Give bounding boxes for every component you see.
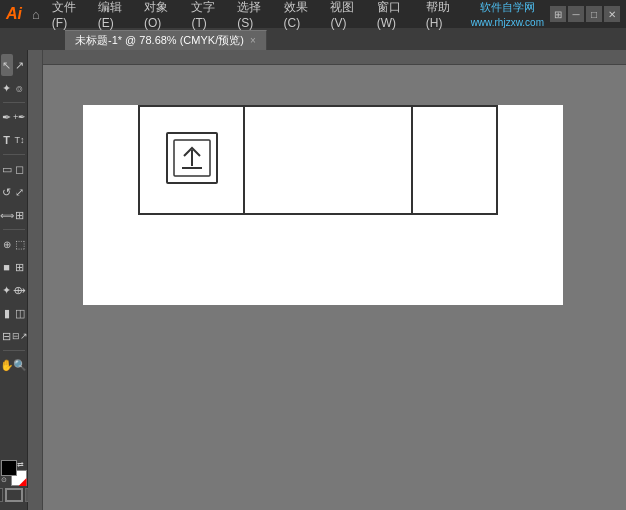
toolbar-divider-3	[3, 229, 25, 230]
menu-help[interactable]: 帮助(H)	[420, 0, 465, 32]
menu-window[interactable]: 窗口(W)	[371, 0, 418, 32]
pen-group: ✒ +✒	[1, 106, 27, 128]
close-button[interactable]: ✕	[604, 6, 620, 22]
fill-box[interactable]	[0, 488, 3, 502]
type-group: T T↕	[1, 129, 27, 151]
foreground-color-box[interactable]	[1, 460, 17, 476]
rectangle-tool[interactable]: ▭	[1, 158, 13, 180]
menu-edit[interactable]: 编辑(E)	[92, 0, 136, 32]
hand-zoom-group: ✋ 🔍	[1, 354, 27, 376]
selection-tool[interactable]: ↖	[1, 54, 13, 76]
rotate-tool[interactable]: ↺	[1, 181, 13, 203]
shape-group: ▭ ◻	[1, 158, 27, 180]
width-transform-group: ⟺ ⊞	[1, 204, 27, 226]
reset-colors-icon[interactable]: ⊙	[1, 476, 11, 486]
touch-type-tool[interactable]: T↕	[14, 129, 26, 151]
table-cell-3	[412, 106, 497, 214]
blend-tool[interactable]: ⟴	[14, 279, 26, 301]
active-tab[interactable]: 未标题-1* @ 78.68% (CMYK/预览) ×	[65, 30, 267, 50]
eyedropper-tool[interactable]: ✦	[1, 279, 13, 301]
type-tool[interactable]: T	[1, 129, 13, 151]
home-icon: ⌂	[32, 7, 40, 22]
minimize-button[interactable]: ─	[568, 6, 584, 22]
eyedrop-blend-group: ✦ ⟴	[1, 279, 27, 301]
watermark-text: 软件自学网www.rhjzxw.com	[471, 0, 544, 29]
free-transform-tool[interactable]: ⊞	[14, 204, 26, 226]
vertical-ruler	[28, 50, 43, 510]
table-cell-1	[139, 106, 244, 214]
add-anchor-tool[interactable]: +✒	[14, 106, 26, 128]
lasso-tool[interactable]: ⌾	[14, 77, 26, 99]
horizontal-ruler	[28, 50, 626, 65]
canvas-table[interactable]	[138, 105, 498, 215]
pen-tool[interactable]: ✒	[1, 106, 13, 128]
menu-file[interactable]: 文件(F)	[46, 0, 90, 32]
swap-colors-icon[interactable]: ⇄	[17, 460, 27, 470]
table-cell-2	[244, 106, 412, 214]
menu-object[interactable]: 对象(O)	[138, 0, 183, 32]
graph-tool[interactable]: ▮	[1, 302, 13, 324]
stroke-box[interactable]	[5, 488, 23, 502]
slice-group: ⊟ ⊟↗	[1, 325, 27, 347]
mesh-tool[interactable]: ⊞	[14, 256, 26, 278]
menu-type[interactable]: 文字(T)	[185, 0, 229, 32]
zoom-tool[interactable]: 🔍	[14, 354, 26, 376]
menu-effect[interactable]: 效果(C)	[278, 0, 323, 32]
upload-icon	[162, 128, 222, 193]
main-layout: ↖ ↗ ✦ ⌾ ✒ +✒ T T↕ ▭ ◻ ↺ ⤢ ⟺ ⊞	[0, 50, 626, 510]
title-bar: Ai ⌂ 文件(F) 编辑(E) 对象(O) 文字(T) 选择(S) 效果(C)…	[0, 0, 626, 28]
menu-view[interactable]: 视图(V)	[324, 0, 368, 32]
canvas-area	[28, 50, 626, 510]
eraser-tool[interactable]: ◻	[14, 158, 26, 180]
canvas-background[interactable]	[43, 65, 626, 510]
menu-bar: 文件(F) 编辑(E) 对象(O) 文字(T) 选择(S) 效果(C) 视图(V…	[46, 0, 465, 32]
artboard-tool[interactable]: ◫	[14, 302, 26, 324]
builder-group: ⊕ ⬚	[1, 233, 27, 255]
tab-title: 未标题-1* @ 78.68% (CMYK/预览)	[75, 33, 244, 48]
slice-select-tool[interactable]: ⊟↗	[14, 325, 26, 347]
left-toolbar: ↖ ↗ ✦ ⌾ ✒ +✒ T T↕ ▭ ◻ ↺ ⤢ ⟺ ⊞	[0, 50, 28, 510]
selection-tool-group: ↖ ↗	[1, 54, 27, 76]
magic-lasso-group: ✦ ⌾	[1, 77, 27, 99]
magic-wand-tool[interactable]: ✦	[1, 77, 13, 99]
menu-select[interactable]: 选择(S)	[231, 0, 275, 32]
artboard-graph-group: ▮ ◫	[1, 302, 27, 324]
grid-view-button[interactable]: ⊞	[550, 6, 566, 22]
gradient-mesh-group: ■ ⊞	[1, 256, 27, 278]
direct-selection-tool[interactable]: ↗	[14, 54, 26, 76]
upload-icon-container	[140, 107, 243, 213]
toolbar-divider-4	[3, 350, 25, 351]
gradient-tool[interactable]: ■	[1, 256, 13, 278]
width-tool[interactable]: ⟺	[1, 204, 13, 226]
shape-builder-tool[interactable]: ⊕	[1, 233, 13, 255]
color-boxes[interactable]: ⇄ ⊙	[1, 460, 27, 486]
toolbar-divider-2	[3, 154, 25, 155]
toolbar-divider-1	[3, 102, 25, 103]
maximize-button[interactable]: □	[586, 6, 602, 22]
hand-tool[interactable]: ✋	[1, 354, 13, 376]
scale-tool[interactable]: ⤢	[14, 181, 26, 203]
transform-group: ↺ ⤢	[1, 181, 27, 203]
perspective-tool[interactable]: ⬚	[14, 233, 26, 255]
ai-logo: Ai	[6, 5, 22, 23]
window-controls: ⊞ ─ □ ✕	[550, 6, 620, 22]
tab-close-button[interactable]: ×	[250, 35, 256, 46]
